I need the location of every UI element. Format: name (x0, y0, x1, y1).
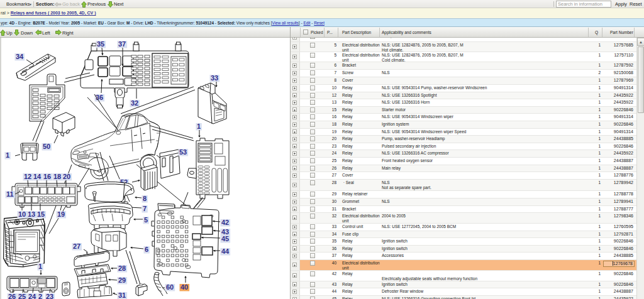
svg-text:14: 14 (33, 173, 42, 180)
svg-text:6: 6 (145, 246, 148, 253)
svg-text:28: 28 (118, 264, 126, 272)
svg-text:12: 12 (24, 173, 31, 180)
svg-text:19: 19 (57, 210, 65, 218)
svg-text:31: 31 (118, 291, 126, 299)
svg-text:60: 60 (166, 283, 174, 291)
svg-text:34: 34 (16, 53, 24, 60)
svg-text:11: 11 (6, 190, 14, 198)
svg-text:5: 5 (144, 216, 148, 224)
svg-text:13: 13 (28, 210, 35, 218)
svg-text:35: 35 (97, 40, 104, 48)
svg-text:27: 27 (73, 242, 80, 250)
svg-text:37: 37 (118, 40, 126, 48)
svg-text:45: 45 (221, 235, 229, 242)
svg-text:40: 40 (180, 283, 188, 291)
svg-text:8: 8 (143, 195, 147, 202)
svg-text:25: 25 (18, 293, 26, 299)
svg-text:26: 26 (8, 293, 16, 299)
svg-text:33: 33 (211, 74, 218, 82)
svg-text:7: 7 (143, 205, 147, 212)
svg-text:10: 10 (18, 210, 26, 218)
svg-text:16: 16 (43, 173, 51, 180)
svg-text:53: 53 (179, 148, 187, 156)
svg-text:18: 18 (53, 173, 61, 180)
svg-text:2: 2 (38, 293, 42, 299)
svg-text:1: 1 (197, 122, 201, 130)
svg-text:24: 24 (28, 293, 36, 299)
svg-text:29: 29 (118, 276, 126, 284)
svg-text:44: 44 (221, 247, 230, 255)
svg-text:50: 50 (43, 143, 50, 150)
svg-text:42: 42 (221, 219, 229, 226)
svg-text:23: 23 (46, 293, 53, 299)
svg-text:15: 15 (37, 210, 45, 218)
svg-text:1: 1 (6, 151, 9, 159)
svg-text:20: 20 (63, 173, 70, 180)
svg-text:32: 32 (131, 99, 138, 107)
svg-text:1: 1 (38, 263, 42, 270)
